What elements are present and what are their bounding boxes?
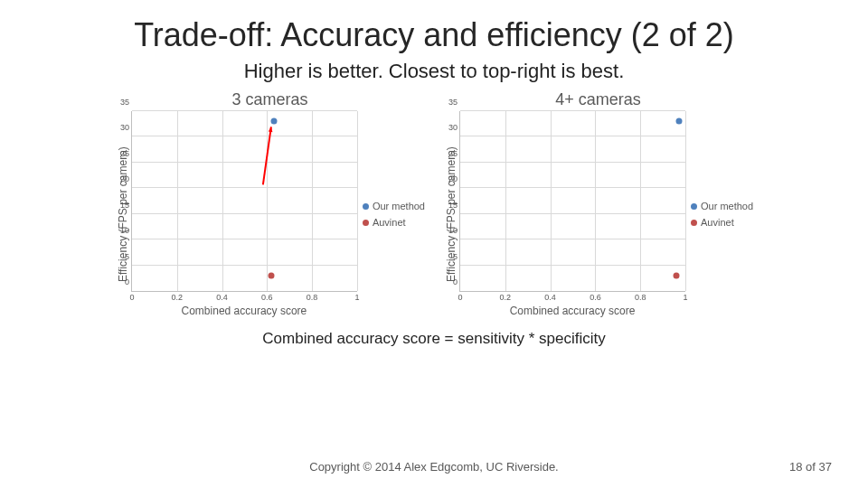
data-point [674, 272, 680, 278]
gridline-v [685, 111, 686, 291]
chart-4plus-cameras: 4+ cameras Efficiency (FPS per camera) 0… [443, 90, 753, 317]
gridline-v [595, 111, 596, 291]
gridline-v [551, 111, 552, 291]
legend: Our method Auvinet [685, 111, 753, 317]
xtick-label: 0.6 [261, 291, 273, 302]
xtick-label: 0.8 [635, 291, 646, 302]
ytick-label: 10 [448, 226, 460, 235]
xtick-label: 0.2 [500, 291, 512, 302]
slide: Trade-off: Accuracy and efficiency (2 of… [0, 0, 868, 488]
legend-marker-our [363, 203, 369, 210]
gridline-h [460, 239, 685, 239]
ytick-label: 15 [120, 201, 132, 210]
gridline-h [460, 213, 685, 214]
gridline-h [132, 239, 357, 239]
legend-label: Our method [701, 201, 753, 211]
gridline-v [505, 111, 506, 291]
gridline-h [460, 187, 685, 188]
gridline-h [460, 265, 685, 266]
xtick-label: 1 [354, 291, 359, 302]
ytick-label: 0 [125, 277, 132, 286]
scatter-plot: 0510152025303500.20.40.60.81 [131, 111, 357, 292]
legend: Our method Auvinet [357, 111, 425, 317]
plot-wrap: 0510152025303500.20.40.60.81 Combined ac… [459, 111, 685, 317]
chart-body: Efficiency (FPS per camera) 051015202530… [115, 111, 425, 317]
legend-item-auvinet: Auvinet [363, 217, 425, 228]
ytick-label: 20 [448, 174, 460, 183]
data-point [269, 272, 275, 278]
gridline-h [460, 162, 685, 163]
gridline-v [640, 111, 641, 291]
gridline-h [132, 213, 357, 214]
ytick-label: 30 [448, 123, 460, 132]
page-number: 18 of 37 [769, 460, 832, 474]
xtick-label: 0.4 [544, 291, 556, 302]
legend-marker-auvinet [363, 220, 369, 226]
gridline-h [132, 110, 357, 111]
gridline-h [132, 265, 357, 266]
legend-label: Auvinet [701, 217, 734, 228]
gridline-v [222, 111, 223, 291]
chart-title: 3 cameras [231, 90, 307, 109]
ytick-label: 0 [453, 277, 460, 286]
data-point [675, 118, 682, 125]
legend-label: Auvinet [373, 217, 406, 228]
gridline-v [267, 111, 268, 291]
xtick-label: 0.4 [216, 291, 228, 302]
xtick-label: 0 [129, 291, 134, 302]
scatter-plot: 0510152025303500.20.40.60.81 [459, 111, 685, 292]
ytick-label: 20 [120, 174, 132, 183]
subtitle: Higher is better. Closest to top-right i… [33, 60, 835, 83]
copyright: Copyright © 2014 Alex Edgcomb, UC Rivers… [99, 460, 769, 474]
gridline-v [357, 111, 358, 291]
ytick-label: 5 [453, 252, 460, 261]
legend-item-auvinet: Auvinet [691, 217, 753, 228]
ytick-label: 25 [448, 149, 460, 158]
legend-marker-auvinet [691, 220, 697, 226]
gridline-h [460, 110, 685, 111]
gridline-v [312, 111, 313, 291]
xtick-label: 0.8 [307, 291, 318, 302]
x-axis-label: Combined accuracy score [131, 305, 357, 317]
gridline-h [132, 187, 357, 188]
chart-3-cameras: 3 cameras Efficiency (FPS per camera) 05… [115, 90, 425, 317]
data-point [270, 118, 277, 125]
ytick-label: 35 [120, 98, 132, 107]
x-axis-label: Combined accuracy score [459, 305, 685, 317]
ytick-label: 10 [120, 226, 132, 235]
ytick-label: 30 [120, 123, 132, 132]
formula-text: Combined accuracy score = sensitivity * … [33, 330, 835, 348]
gridline-h [132, 136, 357, 136]
legend-item-our-method: Our method [363, 201, 425, 211]
svg-marker-1 [269, 127, 273, 132]
chart-body: Efficiency (FPS per camera) 051015202530… [443, 111, 753, 317]
footer: Copyright © 2014 Alex Edgcomb, UC Rivers… [0, 460, 868, 474]
gridline-h [132, 162, 357, 163]
page-title: Trade-off: Accuracy and efficiency (2 of… [33, 16, 835, 54]
ytick-label: 35 [448, 98, 460, 107]
ytick-label: 25 [120, 149, 132, 158]
legend-label: Our method [373, 201, 425, 211]
xtick-label: 0 [458, 291, 462, 302]
ytick-label: 5 [125, 252, 132, 261]
plot-wrap: 0510152025303500.20.40.60.81 Combined ac… [131, 111, 357, 317]
charts-row: 3 cameras Efficiency (FPS per camera) 05… [33, 90, 835, 317]
footer-spacer [36, 460, 99, 474]
xtick-label: 0.6 [590, 291, 601, 302]
xtick-label: 0.2 [171, 291, 183, 302]
ytick-label: 15 [448, 201, 460, 210]
chart-title: 4+ cameras [555, 90, 641, 109]
legend-marker-our [691, 203, 697, 210]
gridline-h [460, 136, 685, 136]
gridline-v [177, 111, 178, 291]
xtick-label: 1 [683, 291, 687, 302]
legend-item-our-method: Our method [691, 201, 753, 211]
